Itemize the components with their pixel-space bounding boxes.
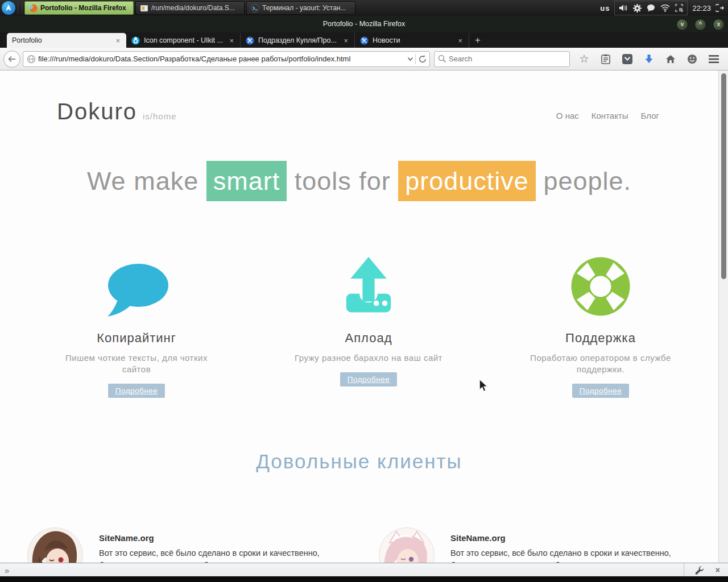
desktop-taskbar: Portofolio - Mozilla Firefox /run/media/… [0, 0, 728, 16]
navigation-toolbar: ☆ [0, 48, 728, 70]
taskbar-grip [18, 2, 22, 14]
taskbar-window-terminal[interactable]: Терминал - yaourt: Устан... [246, 1, 355, 15]
feature-upload: Аплоад Гружу разное барахло на ваш сайт … [253, 251, 485, 398]
tab-label: Portofolio [12, 36, 110, 44]
site-logo[interactable]: Dokurois/home [57, 99, 176, 124]
screenshot-frame-icon[interactable] [675, 4, 683, 12]
url-dropdown-chevron-icon[interactable] [408, 57, 413, 61]
tab-close-icon[interactable]: × [457, 36, 464, 45]
testimonials-row: SiteName.org Вот это сервис, всё было сд… [27, 527, 663, 563]
wifi-icon[interactable] [660, 5, 670, 12]
pocket-icon [622, 54, 632, 64]
tab-label: Подраздел Купля/Про... [258, 36, 338, 44]
file-manager-icon [140, 4, 148, 13]
more-button[interactable]: Подробнее [572, 384, 630, 398]
close-window-button[interactable]: x [713, 19, 725, 31]
testimonial-body: SiteName.org Вот это сервис, всё было сд… [450, 527, 678, 563]
more-button[interactable]: Подробнее [340, 372, 398, 386]
search-icon [438, 55, 446, 63]
search-input[interactable] [446, 55, 566, 63]
launcher-arrow-icon [5, 4, 13, 12]
feature-title: Копирайтинг [20, 331, 253, 346]
tab-close-icon[interactable]: × [228, 36, 235, 45]
tab-forum[interactable]: Подраздел Купля/Про... × [241, 33, 355, 48]
tab-portofolio[interactable]: Portofolio × [7, 33, 126, 48]
testimonial-card: SiteName.org Вот это сервис, всё было сд… [379, 527, 663, 563]
feature-text: Пишем чоткие тексты, для чотких сайтов [51, 352, 222, 375]
url-separator [415, 54, 416, 64]
wrench-icon[interactable] [694, 566, 704, 575]
lifebuoy-icon [485, 251, 717, 318]
feature-text: Поработаю оператором в службе поддержки. [515, 352, 686, 375]
keyboard-layout-indicator[interactable]: us [600, 4, 610, 13]
globe-icon [27, 55, 36, 64]
download-arrow-icon [644, 54, 653, 64]
url-bar [23, 51, 430, 67]
addon-close-button[interactable]: × [704, 566, 728, 575]
page-content: Dokurois/home О нас Контакты Блог We mak… [0, 70, 718, 563]
window-title: Portofolio - Mozilla Firefox [0, 20, 728, 28]
menu-button[interactable] [708, 53, 720, 65]
app-menu-button[interactable] [2, 1, 15, 15]
taskbar-window-firefox[interactable]: Portofolio - Mozilla Firefox [24, 1, 134, 15]
chat-tray-icon[interactable] [647, 4, 655, 12]
hero-text-3: people. [536, 167, 631, 196]
terminal-icon [251, 4, 259, 13]
nav-link-contacts[interactable]: Контакты [592, 111, 628, 120]
testimonial-body: SiteName.org Вот это сервис, всё было сд… [99, 527, 326, 563]
firefox-titlebar: Portofolio - Mozilla Firefox v ^ x [0, 16, 728, 32]
bookmark-star-button[interactable]: ☆ [578, 53, 590, 65]
uikit-icon [131, 36, 140, 45]
reload-icon[interactable] [418, 55, 427, 64]
hero-heading: We make smart tools for productive peopl… [0, 161, 718, 201]
feature-copywriting: Копирайтинг Пишем чоткие тексты, для чот… [20, 251, 253, 398]
upload-icon [253, 251, 485, 318]
back-button[interactable] [3, 51, 20, 68]
brand-suffix: is/home [143, 111, 177, 121]
taskbar-window-filemanager[interactable]: /run/media/dokuro/Data.S... [135, 1, 245, 15]
features-row: Копирайтинг Пишем чоткие тексты, для чот… [20, 251, 717, 398]
new-tab-button[interactable]: + [469, 33, 486, 48]
minimize-button[interactable]: v [676, 19, 688, 31]
maximize-button[interactable]: ^ [694, 19, 706, 31]
url-input[interactable] [36, 55, 408, 63]
hero-highlight-smart: smart [206, 161, 287, 201]
testimonial-text: Вот это сервис, всё было сделано в сроки… [99, 547, 326, 563]
tray-icon-box [614, 1, 688, 15]
bookmarks-list-button[interactable] [599, 53, 612, 65]
home-icon [665, 55, 676, 64]
tab-close-icon[interactable]: × [114, 36, 121, 45]
taskbar-window-title: Portofolio - Mozilla Firefox [40, 4, 126, 12]
feature-title: Поддержка [485, 331, 717, 346]
feature-text: Гружу разное барахло на ваш сайт [283, 352, 454, 364]
addon-separator [684, 563, 684, 577]
site-navigation: О нас Контакты Блог [556, 111, 659, 120]
tab-close-icon[interactable]: × [342, 36, 349, 45]
page-scrollbar[interactable] [718, 70, 728, 563]
addon-bar-right: × [684, 563, 728, 577]
tab-news[interactable]: Новости × [355, 33, 469, 48]
nav-link-about[interactable]: О нас [556, 111, 579, 120]
chat-bubble-icon [20, 251, 253, 318]
settings-gear-icon[interactable] [633, 4, 642, 13]
more-button[interactable]: Подробнее [108, 384, 166, 398]
site-favicon-icon [360, 36, 369, 45]
nav-link-blog[interactable]: Блог [641, 111, 659, 120]
home-button[interactable] [664, 53, 677, 65]
testimonial-card: SiteName.org Вот это сервис, всё было сд… [27, 527, 312, 563]
downloads-button[interactable] [643, 53, 655, 65]
scrollbar-thumb[interactable] [721, 73, 726, 279]
clipboard-icon [601, 54, 610, 64]
feature-title: Аплоад [253, 331, 485, 346]
tab-uikit[interactable]: Icon component - UIkit ... × [126, 33, 241, 48]
hamburger-menu-icon [709, 55, 719, 63]
logout-icon[interactable] [715, 3, 725, 13]
hello-button[interactable] [686, 53, 698, 65]
pocket-button[interactable] [621, 53, 634, 65]
addon-expand-button[interactable]: » [0, 566, 14, 575]
clock: 22:23 [692, 4, 711, 13]
volume-icon[interactable] [619, 4, 628, 12]
smiley-chat-icon [687, 54, 697, 64]
hero-text-2: tools for [287, 167, 398, 196]
hero-highlight-productive: productive [398, 161, 536, 201]
